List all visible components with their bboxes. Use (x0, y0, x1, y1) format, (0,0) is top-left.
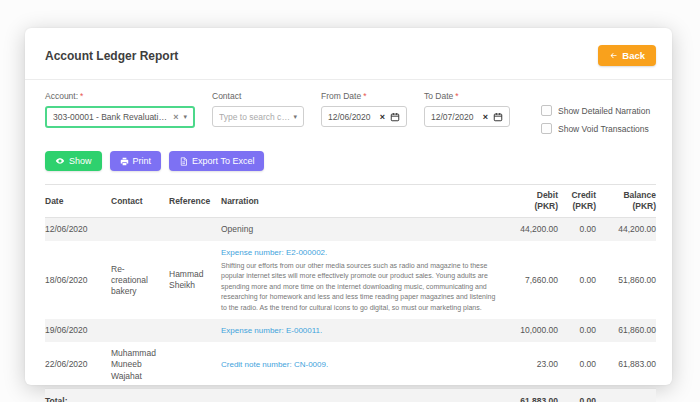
printer-icon (120, 157, 129, 166)
to-date-label: To Date* (424, 91, 510, 101)
table-row: 18/06/2020 Re-creational bakery Hammad S… (45, 241, 656, 319)
x-icon[interactable]: × (380, 112, 385, 122)
contact-label: Contact (212, 91, 304, 101)
show-button-label: Show (69, 156, 92, 166)
from-date-field: From Date* 12/06/2020 × (321, 91, 407, 134)
col-header-contact: Contact (111, 185, 169, 218)
narration-text: Opening (221, 224, 253, 234)
narration-link[interactable]: Expense number: E-000011. (221, 326, 322, 336)
x-icon[interactable]: × (173, 112, 178, 122)
cell-date: 22/06/2020 (45, 342, 111, 388)
account-select[interactable]: 303-00001 - Bank Revaluations × ▾ (45, 106, 195, 128)
from-date-value: 12/06/2020 (328, 112, 376, 122)
total-label: Total: (45, 388, 511, 402)
table-header-row: Date Contact Reference Narration Debit (… (45, 185, 656, 218)
account-label: Account:* (45, 91, 195, 101)
col-header-credit: Credit (PKR) (566, 185, 604, 218)
cell-balance: 61,860.00 (604, 319, 656, 342)
show-button[interactable]: Show (45, 151, 102, 171)
cell-debit: 23.00 (511, 342, 566, 388)
col-header-balance: Balance (PKR) (604, 185, 656, 218)
cell-debit: 10,000.00 (511, 319, 566, 342)
required-mark: * (455, 91, 458, 101)
back-button-label: Back (622, 50, 645, 61)
ledger-report-card: Account Ledger Report Back Account:* 303… (25, 28, 672, 385)
cell-contact: Muhammad Muneeb Wajahat (111, 342, 169, 388)
required-mark: * (363, 91, 366, 101)
contact-field: Contact Type to search contact ▾ (212, 91, 304, 134)
to-date-input[interactable]: 12/07/2020 × (424, 106, 510, 127)
cell-credit: 0.00 (566, 218, 604, 242)
filter-bar: Account:* 303-00001 - Bank Revaluations … (45, 80, 656, 136)
total-credit: 0.00 (566, 388, 604, 402)
narration-link[interactable]: Expense number: E2-000002. (221, 248, 327, 258)
show-void-transactions-option[interactable]: Show Void Transactions (541, 123, 650, 134)
table-total-row: Total: 61,883.00 0.00 (45, 388, 656, 402)
col-header-debit: Debit (PKR) (511, 185, 566, 218)
col-header-narration: Narration (221, 185, 511, 218)
cell-debit: 7,660.00 (511, 241, 566, 319)
cell-credit: 0.00 (566, 342, 604, 388)
option-label: Show Void Transactions (558, 124, 649, 134)
to-date-value: 12/07/2020 (431, 112, 479, 122)
cell-date: 18/06/2020 (45, 241, 111, 319)
eye-icon (55, 156, 65, 166)
total-debit: 61,883.00 (511, 388, 566, 402)
contact-select-placeholder: Type to search contact (219, 112, 293, 122)
table-row: 12/06/2020 Opening 44,200.00 0.00 44,200… (45, 218, 656, 242)
show-detailed-narration-option[interactable]: Show Detailed Narration (541, 105, 650, 116)
narration-link[interactable]: Credit note number: CN-0009. (221, 360, 328, 370)
cell-balance: 61,883.00 (604, 342, 656, 388)
cell-contact (111, 319, 169, 342)
cell-debit: 44,200.00 (511, 218, 566, 242)
cell-narration: Opening (221, 218, 511, 242)
col-header-reference: Reference (169, 185, 221, 218)
ledger-table: Date Contact Reference Narration Debit (… (45, 184, 656, 402)
export-button-label: Export To Excel (192, 156, 254, 166)
cell-narration: Expense number: E2-000002. Shifting our … (221, 241, 511, 319)
card-header: Account Ledger Report Back (45, 28, 656, 79)
from-date-label: From Date* (321, 91, 407, 101)
file-icon (179, 157, 188, 166)
chevron-down-icon[interactable]: ▾ (293, 113, 297, 121)
required-mark: * (80, 91, 83, 101)
option-label: Show Detailed Narration (558, 106, 650, 116)
contact-select[interactable]: Type to search contact ▾ (212, 106, 304, 127)
print-button-label: Print (133, 156, 152, 166)
total-balance (604, 388, 656, 402)
cell-credit: 0.00 (566, 319, 604, 342)
account-field: Account:* 303-00001 - Bank Revaluations … (45, 91, 195, 134)
cell-balance: 51,860.00 (604, 241, 656, 319)
from-date-input[interactable]: 12/06/2020 × (321, 106, 407, 127)
cell-narration: Credit note number: CN-0009. (221, 342, 511, 388)
back-button[interactable]: Back (598, 45, 656, 66)
x-icon[interactable]: × (483, 112, 488, 122)
page-title: Account Ledger Report (45, 49, 178, 63)
chevron-down-icon[interactable]: ▾ (183, 113, 187, 121)
cell-balance: 44,200.00 (604, 218, 656, 242)
print-button[interactable]: Print (110, 151, 162, 171)
cell-date: 12/06/2020 (45, 218, 111, 242)
calendar-icon[interactable] (493, 112, 503, 122)
cell-contact (111, 218, 169, 242)
calendar-icon[interactable] (390, 112, 400, 122)
table-row: 19/06/2020 Expense number: E-000011. 10,… (45, 319, 656, 342)
table-row: 22/06/2020 Muhammad Muneeb Wajahat Credi… (45, 342, 656, 388)
export-to-excel-button[interactable]: Export To Excel (169, 151, 264, 171)
cell-contact: Re-creational bakery (111, 241, 169, 319)
action-buttons: Show Print Export To Excel (45, 151, 656, 171)
cell-reference: Hammad Sheikh (169, 241, 221, 319)
narration-description: Shifting our efforts from our other medi… (221, 261, 503, 314)
arrow-left-icon (609, 51, 618, 60)
cell-date: 19/06/2020 (45, 319, 111, 342)
cell-reference (169, 319, 221, 342)
checkbox-icon[interactable] (541, 123, 552, 134)
cell-reference (169, 218, 221, 242)
cell-reference (169, 342, 221, 388)
checkbox-icon[interactable] (541, 105, 552, 116)
account-select-value: 303-00001 - Bank Revaluations (53, 112, 169, 122)
col-header-date: Date (45, 185, 111, 218)
cell-credit: 0.00 (566, 241, 604, 319)
to-date-field: To Date* 12/07/2020 × (424, 91, 510, 134)
options-group: Show Detailed Narration Show Void Transa… (541, 105, 650, 134)
